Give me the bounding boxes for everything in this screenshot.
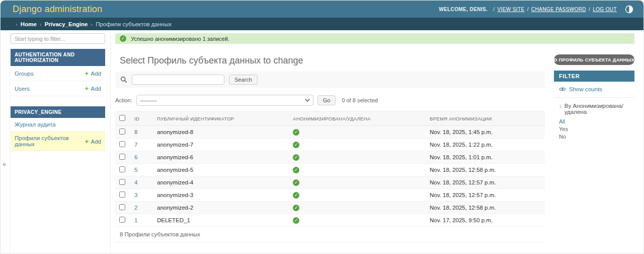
add-link-label[interactable]: Add — [91, 71, 101, 77]
nav-sidebar: AUTHENTICATION AND AUTHORIZATION Groups … — [10, 30, 111, 254]
model-link[interactable]: Журнал аудита — [15, 121, 55, 128]
success-text: Успешно анонимизировано 1 записей. — [131, 36, 229, 42]
col-id[interactable]: ID — [130, 111, 153, 126]
collapse-arrow-icon: ↓ — [559, 103, 562, 115]
sidebar-item[interactable]: Журнал аудита — [11, 118, 105, 132]
row-public-id: anonymized-7 — [153, 139, 289, 151]
filter-option[interactable]: No — [559, 133, 629, 141]
row-checkbox[interactable] — [119, 141, 125, 147]
add-object-button[interactable]: ADD ПРОФИЛЬ СУБЪЕКТА ДАННЫХ + — [554, 54, 634, 65]
row-public-id: anonymized-3 — [153, 189, 289, 202]
col-public-id[interactable]: ПУБЛИЧНЫЙ ИДЕНТИФИКАТОР — [153, 111, 289, 126]
filter-panel-title: FILTER — [554, 71, 634, 82]
actions-row: Action: --------- Go 0 of 8 selected — [115, 95, 545, 106]
app-header: Django administration WELCOME, DENIS. /V… — [1, 1, 643, 18]
action-select-wrap: --------- — [136, 95, 313, 106]
table-row: 8 anonymized-8 ✓ Nov. 18, 2025, 1:45 p.m… — [115, 126, 545, 139]
show-counts-toggle[interactable]: Show counts — [554, 82, 634, 98]
row-id-link[interactable]: 1 — [134, 217, 137, 223]
table-row: 5 anonymized-5 ✓ Nov. 18, 2025, 12:58 p.… — [115, 164, 545, 176]
sidebar-rail: « — [1, 30, 10, 254]
row-checkbox[interactable] — [119, 154, 125, 160]
row-id-link[interactable]: 5 — [134, 167, 137, 173]
user-links: /VIEW SITE /CHANGE PASSWORD /LOG OUT — [491, 7, 617, 12]
sidebar-item[interactable]: Users + Add — [11, 81, 105, 96]
page-title: Select Профиль субъекта данных to change — [120, 55, 545, 66]
result-table: ID ПУБЛИЧНЫЙ ИДЕНТИФИКАТОР АНОНИМИЗИРОВА… — [115, 111, 545, 227]
model-link[interactable]: Users — [15, 86, 30, 92]
nav-filter-input[interactable] — [11, 33, 105, 44]
breadcrumb-separator: › — [91, 21, 93, 27]
django-admin-window: Django administration WELCOME, DENIS. /V… — [0, 0, 644, 254]
table-row: 2 anonymized-2 ✓ Nov. 18, 2025, 12:58 p.… — [115, 202, 545, 214]
check-icon: ✓ — [293, 142, 299, 148]
row-id-link[interactable]: 7 — [134, 142, 137, 148]
add-button-label: ADD ПРОФИЛЬ СУБЪЕКТА ДАННЫХ — [547, 57, 634, 62]
welcome-text: WELCOME, DENIS. — [439, 7, 488, 12]
module-privacy-caption: PRIVACY_ENGINE — [11, 106, 105, 118]
add-link-label[interactable]: Add — [91, 139, 101, 145]
sidebar-collapse-toggle[interactable]: « — [3, 160, 6, 168]
add-link[interactable]: + Add — [85, 85, 101, 92]
row-id-link[interactable]: 6 — [134, 154, 137, 160]
row-anon-time: Nov. 18, 2025, 1:45 p.m. — [426, 126, 545, 139]
check-icon: ✓ — [293, 154, 299, 161]
row-anon-time: Nov. 18, 2025, 12:58 p.m. — [426, 164, 545, 176]
table-header-row: ID ПУБЛИЧНЫЙ ИДЕНТИФИКАТОР АНОНИМИЗИРОВА… — [115, 111, 545, 126]
row-id-link[interactable]: 4 — [134, 179, 137, 185]
right-column: ADD ПРОФИЛЬ СУБЪЕКТА ДАННЫХ + FILTER — [554, 44, 634, 145]
link-separator: / — [589, 7, 590, 12]
check-icon: ✓ — [293, 167, 299, 173]
sidebar-item[interactable]: Groups + Add — [11, 66, 105, 81]
filter-option[interactable]: All — [559, 118, 629, 125]
main-content: ✓ Успешно анонимизировано 1 записей. Sel… — [111, 30, 643, 254]
go-button[interactable]: Go — [317, 95, 336, 105]
user-tool-link[interactable]: CHANGE PASSWORD — [531, 7, 586, 12]
user-tool-link[interactable]: LOG OUT — [593, 7, 617, 12]
check-icon: ✓ — [293, 129, 299, 136]
search-icon — [120, 76, 127, 83]
row-id-link[interactable]: 2 — [134, 205, 137, 211]
model-link[interactable]: Groups — [15, 71, 34, 77]
row-public-id: DELETED_1 — [153, 214, 289, 227]
filter-group-heading[interactable]: ↓ By Анонимизирована/удалена — [554, 98, 634, 118]
changelist: Select Профиль субъекта данных to change… — [115, 44, 545, 242]
row-checkbox[interactable] — [119, 192, 125, 198]
breadcrumb-link[interactable]: Privacy_Engine — [45, 21, 88, 27]
row-checkbox[interactable] — [119, 166, 125, 172]
row-public-id: anonymized-8 — [153, 126, 289, 139]
row-checkbox[interactable] — [119, 179, 125, 185]
plus-icon: + — [85, 85, 89, 92]
user-tool-link[interactable]: VIEW SITE — [497, 7, 524, 12]
select-all-checkbox[interactable] — [119, 115, 125, 121]
filter-option[interactable]: Yes — [559, 125, 629, 133]
add-link-label[interactable]: Add — [91, 86, 101, 92]
search-button[interactable]: Search — [229, 75, 258, 85]
row-checkbox[interactable] — [119, 217, 125, 223]
col-anon-time[interactable]: ВРЕМЯ АНОНИМИЗАЦИИ — [426, 111, 545, 126]
breadcrumb-link[interactable]: Home — [21, 21, 37, 27]
sidebar-item[interactable]: Профили субъектов данных + Add — [11, 132, 105, 151]
row-anon-time: Nov. 18, 2025, 12:57 p.m. — [426, 189, 545, 202]
table-row: 4 anonymized-4 ✓ Nov. 18, 2025, 12:57 p.… — [115, 176, 545, 189]
action-select[interactable]: --------- — [136, 95, 313, 106]
theme-toggle-icon[interactable] — [625, 5, 633, 14]
user-tools: WELCOME, DENIS. /VIEW SITE /CHANGE PASSW… — [439, 5, 633, 14]
row-id-link[interactable]: 3 — [134, 192, 137, 198]
model-link[interactable]: Профили субъектов данных — [15, 135, 85, 147]
table-row: 3 anonymized-3 ✓ Nov. 18, 2025, 12:57 p.… — [115, 189, 545, 202]
search-input[interactable] — [132, 75, 224, 85]
row-checkbox[interactable] — [119, 204, 125, 210]
check-icon: ✓ — [293, 217, 299, 224]
table-row: 7 anonymized-7 ✓ Nov. 18, 2025, 1:22 p.m… — [115, 139, 545, 151]
add-link[interactable]: + Add — [85, 138, 101, 145]
row-checkbox[interactable] — [119, 129, 125, 135]
breadcrumb: ›Home ›Privacy_Engine ›Профили субъектов… — [1, 18, 643, 30]
row-anon-time: Nov. 18, 2025, 1:22 p.m. — [426, 139, 545, 151]
add-link[interactable]: + Add — [85, 70, 101, 77]
site-title-link[interactable]: Django administration — [13, 4, 102, 15]
breadcrumb-link[interactable]: Профили субъектов данных — [96, 21, 172, 27]
row-anon-time: Nov. 17, 2025, 9:50 p.m. — [426, 214, 545, 227]
col-anonymized[interactable]: АНОНИМИЗИРОВАНА/УДАЛЕНА — [289, 111, 426, 126]
row-id-link[interactable]: 8 — [134, 129, 137, 135]
